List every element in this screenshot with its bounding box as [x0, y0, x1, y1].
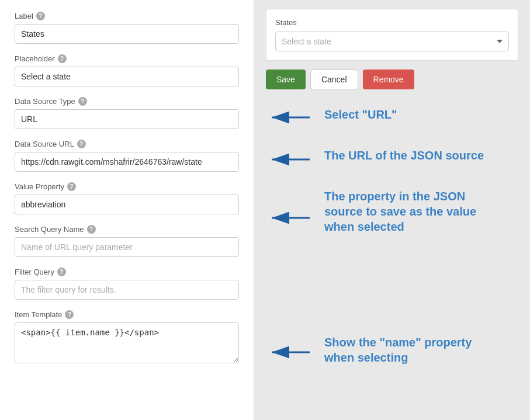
search-query-help-icon[interactable]: ?: [87, 225, 96, 234]
search-query-text: Search Query Name: [15, 225, 84, 234]
value-property-text: Value Property: [15, 182, 64, 191]
value-property-help-icon[interactable]: ?: [67, 182, 76, 191]
item-template-field-group: Item Template ? <span>{{ item.name }}</s…: [15, 310, 239, 365]
search-query-field-group: Search Query Name ?: [15, 225, 239, 257]
search-query-input[interactable]: [15, 237, 239, 257]
datasource-url-text: Data Source URL: [15, 140, 74, 148]
placeholder-text: Placeholder: [15, 54, 55, 63]
save-button[interactable]: Save: [266, 70, 306, 89]
item-template-textarea[interactable]: <span>{{ item.name }}</span>: [15, 322, 239, 363]
placeholder-help-icon[interactable]: ?: [58, 54, 67, 63]
datasource-url-input[interactable]: [15, 152, 239, 172]
filter-query-label: Filter Query ?: [15, 268, 239, 276]
datasource-type-input[interactable]: [15, 109, 239, 129]
annotation-json-url: The URL of the JSON source: [324, 148, 484, 163]
annotation-name-property: Show the "name" property when selecting: [324, 335, 500, 365]
datasource-url-field-group: Data Source URL ?: [15, 140, 239, 172]
placeholder-field-label: Placeholder ?: [15, 54, 239, 63]
left-panel: Label ? Placeholder ? Data Source Type ?…: [0, 0, 254, 420]
label-text: Label: [15, 12, 33, 20]
preview-select[interactable]: Select a state: [275, 32, 509, 51]
filter-query-text: Filter Query: [15, 268, 54, 276]
action-buttons: Save Cancel Remove: [266, 70, 518, 89]
value-property-input[interactable]: [15, 195, 239, 214]
item-template-label: Item Template ?: [15, 310, 239, 319]
preview-label: States: [275, 18, 509, 27]
preview-wrapper: States Select a state: [266, 9, 518, 61]
datasource-type-help-icon[interactable]: ?: [78, 97, 87, 106]
label-field-group: Label ?: [15, 12, 239, 44]
right-panel: States Select a state Save Cancel Remove: [254, 0, 530, 420]
datasource-type-text: Data Source Type: [15, 97, 75, 106]
filter-query-field-group: Filter Query ?: [15, 268, 239, 300]
label-input[interactable]: [15, 24, 239, 44]
datasource-url-help-icon[interactable]: ?: [77, 140, 86, 148]
annotation-property: The property in the JSON source to save …: [324, 189, 500, 234]
datasource-url-label: Data Source URL ?: [15, 140, 239, 148]
cancel-button[interactable]: Cancel: [310, 70, 358, 89]
placeholder-field-group: Placeholder ?: [15, 54, 239, 86]
placeholder-input[interactable]: [15, 67, 239, 86]
label-field-label: Label ?: [15, 12, 239, 20]
filter-query-input[interactable]: [15, 280, 239, 300]
datasource-type-field-group: Data Source Type ?: [15, 97, 239, 129]
search-query-label: Search Query Name ?: [15, 225, 239, 234]
remove-button[interactable]: Remove: [363, 70, 414, 89]
datasource-type-label: Data Source Type ?: [15, 97, 239, 106]
value-property-label: Value Property ?: [15, 182, 239, 191]
annotation-url: Select "URL": [324, 107, 397, 122]
item-template-help-icon[interactable]: ?: [65, 310, 74, 319]
filter-query-help-icon[interactable]: ?: [57, 268, 66, 276]
value-property-field-group: Value Property ?: [15, 182, 239, 214]
label-help-icon[interactable]: ?: [36, 12, 45, 20]
item-template-text: Item Template: [15, 310, 62, 319]
